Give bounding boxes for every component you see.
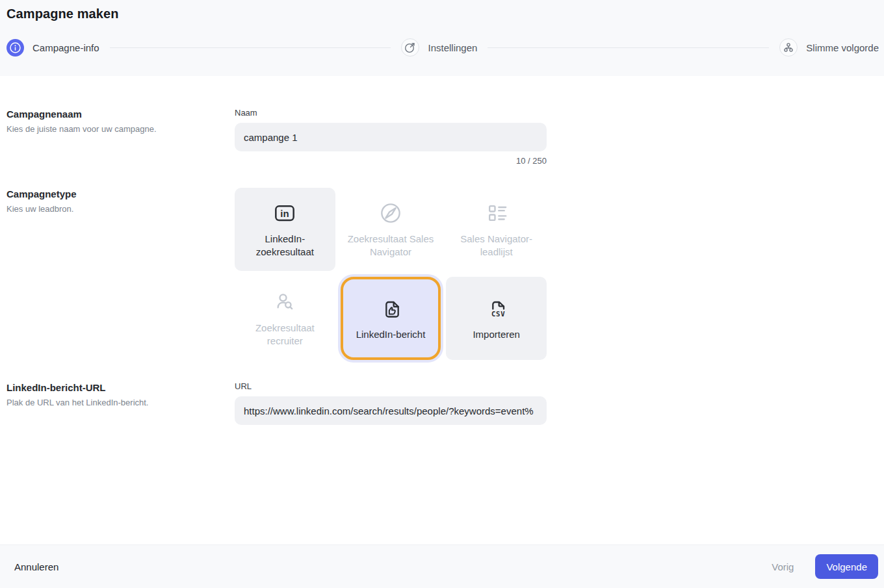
option-import-csv[interactable]: CSV Importeren <box>446 277 547 360</box>
campaign-type-section: Campagnetype Kies uw leadbron. in Linked… <box>6 188 884 360</box>
next-button[interactable]: Volgende <box>815 554 878 579</box>
url-field-label: URL <box>235 381 547 391</box>
svg-text:CSV: CSV <box>491 310 505 318</box>
document-thumbs-up-icon <box>378 296 404 322</box>
campaign-name-section: Campagnenaam Kies de juiste naam voor uw… <box>6 108 884 166</box>
create-campaign-page: Campagne maken Campagne-info <box>0 0 884 588</box>
campaign-type-subtitle: Kies uw leadbron. <box>6 204 235 214</box>
info-icon <box>6 39 24 57</box>
option-sales-navigator-leadlist: Sales Navigator-leadlijst <box>446 188 547 271</box>
step-label: Slimme volgorde <box>806 42 879 53</box>
option-label: Zoekresultaat Sales Navigator <box>347 233 435 259</box>
campaign-name-title: Campagnenaam <box>6 109 235 120</box>
campaign-type-options: in LinkedIn-zoekresultaat Zoekresul <box>235 188 547 360</box>
option-linkedin-search[interactable]: in LinkedIn-zoekresultaat <box>235 188 335 271</box>
campaign-form: Campagnenaam Kies de juiste naam voor uw… <box>0 76 884 544</box>
step-connector <box>110 47 391 48</box>
name-field-label: Naam <box>235 108 547 118</box>
step-label: Instellingen <box>428 42 477 53</box>
post-url-input[interactable] <box>235 396 547 425</box>
target-icon <box>401 38 419 57</box>
footer-bar: Annuleren Vorig Volgende <box>0 544 884 588</box>
option-sales-navigator-search: Zoekresultaat Sales Navigator <box>341 188 441 271</box>
campaign-type-title: Campagnetype <box>6 188 235 199</box>
option-label: Importeren <box>473 328 520 341</box>
post-url-section: LinkedIn-bericht-URL Plak de URL van het… <box>6 381 884 425</box>
campaign-name-input[interactable] <box>235 123 547 151</box>
csv-file-icon: CSV <box>484 296 510 322</box>
option-linkedin-post[interactable]: LinkedIn-bericht <box>341 277 441 360</box>
checklist-icon <box>484 200 510 226</box>
previous-button[interactable]: Vorig <box>772 561 794 572</box>
step-campaign-info[interactable]: Campagne-info <box>6 39 99 57</box>
step-label: Campagne-info <box>32 42 99 53</box>
post-url-title: LinkedIn-bericht-URL <box>6 382 235 393</box>
step-settings[interactable]: Instellingen <box>401 38 477 57</box>
compass-icon <box>378 200 404 226</box>
option-label: Sales Navigator-leadlijst <box>452 233 540 259</box>
page-title: Campagne maken <box>6 6 879 21</box>
post-url-subtitle: Plak de URL van het LinkedIn-bericht. <box>6 398 235 407</box>
option-label: LinkedIn-bericht <box>356 328 426 341</box>
option-label: LinkedIn-zoekresultaat <box>241 233 329 259</box>
stepper: Campagne-info Instellingen <box>6 38 879 57</box>
svg-text:in: in <box>281 208 289 219</box>
person-search-icon <box>272 289 298 315</box>
char-counter: 10 / 250 <box>235 156 547 166</box>
campaign-name-subtitle: Kies de juiste naam voor uw campagne. <box>6 124 235 134</box>
page-header: Campagne maken Campagne-info <box>0 0 884 76</box>
cancel-button[interactable]: Annuleren <box>14 561 58 572</box>
option-label: Zoekresultaat recruiter <box>241 322 329 348</box>
step-smart-sequence[interactable]: Slimme volgorde <box>779 38 879 57</box>
sequence-icon <box>779 38 798 57</box>
option-recruiter-search: Zoekresultaat recruiter <box>235 277 335 360</box>
linkedin-icon: in <box>272 200 298 226</box>
step-connector <box>488 47 769 48</box>
